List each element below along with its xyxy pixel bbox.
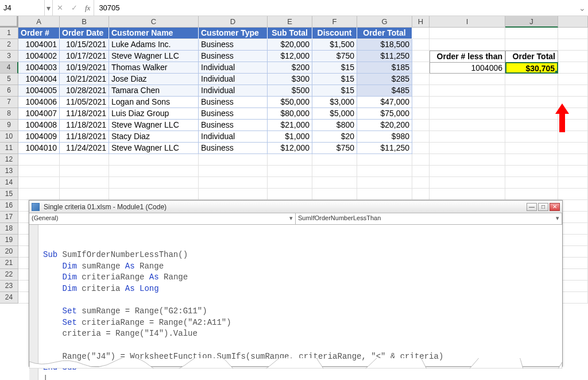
col-header-c[interactable]: C	[109, 16, 199, 28]
cell-total[interactable]: $20,200	[357, 120, 412, 131]
cell[interactable]	[109, 166, 199, 177]
cell-total[interactable]: $980	[357, 131, 412, 143]
cell[interactable]	[558, 108, 588, 120]
cell[interactable]	[268, 189, 312, 200]
row-header[interactable]: 12	[0, 154, 18, 166]
cell-date[interactable]: 10/19/2021	[60, 62, 109, 74]
row-header[interactable]: 5	[0, 74, 18, 85]
cell-date[interactable]: 10/21/2021	[60, 74, 109, 85]
cell[interactable]	[430, 166, 505, 177]
cell[interactable]	[412, 39, 430, 51]
cell-order[interactable]: 1004002	[18, 51, 60, 62]
cell[interactable]	[268, 177, 312, 189]
cell[interactable]	[558, 120, 588, 131]
row-header[interactable]: 19	[0, 235, 18, 246]
cell[interactable]	[109, 154, 199, 166]
cell[interactable]	[199, 189, 268, 200]
row-header[interactable]: 24	[0, 292, 18, 304]
row-header[interactable]: 16	[0, 200, 18, 212]
cell-date[interactable]: 10/15/2021	[60, 39, 109, 51]
cell-date[interactable]: 11/05/2021	[60, 97, 109, 108]
cell-subtotal[interactable]: $200	[268, 62, 312, 74]
row-header[interactable]: 21	[0, 258, 18, 269]
vba-title-bar[interactable]: Single criteria 01.xlsm - Module1 (Code)…	[29, 201, 562, 213]
cell-order[interactable]: 1004005	[18, 85, 60, 97]
expand-formula-bar-icon[interactable]: ⌄	[577, 3, 588, 13]
cell[interactable]	[18, 189, 60, 200]
cell[interactable]	[412, 154, 430, 166]
cell-date[interactable]: 10/17/2021	[60, 51, 109, 62]
cell-order[interactable]: 1004001	[18, 39, 60, 51]
row-header[interactable]: 3	[0, 51, 18, 62]
cell[interactable]	[312, 177, 357, 189]
cell[interactable]	[18, 177, 60, 189]
cell-subtotal[interactable]: $12,000	[268, 51, 312, 62]
cell-discount[interactable]: $5,000	[312, 108, 357, 120]
cell-discount[interactable]: $800	[312, 120, 357, 131]
cell[interactable]	[505, 28, 558, 39]
cell[interactable]	[558, 97, 588, 108]
table-header[interactable]: Sub Total	[268, 28, 312, 39]
cell-side-result[interactable]	[505, 39, 558, 51]
cell-type[interactable]: Business	[199, 51, 268, 62]
col-header-g[interactable]: G	[357, 16, 412, 28]
cell-type[interactable]: Individual	[199, 74, 268, 85]
row-header[interactable]: 9	[0, 120, 18, 131]
cell-discount[interactable]: $1,500	[312, 39, 357, 51]
row-header[interactable]: 8	[0, 108, 18, 120]
cell-type[interactable]: Individual	[199, 85, 268, 97]
cell[interactable]	[268, 166, 312, 177]
cell[interactable]	[430, 28, 505, 39]
cell-side-result[interactable]	[505, 97, 558, 108]
col-header-extra[interactable]	[558, 16, 588, 28]
cell[interactable]	[558, 131, 588, 143]
cell[interactable]	[412, 177, 430, 189]
cell-side-result[interactable]	[505, 85, 558, 97]
cell-subtotal[interactable]: $21,000	[268, 120, 312, 131]
cell-total[interactable]: $11,250	[357, 51, 412, 62]
cell-order[interactable]: 1004004	[18, 74, 60, 85]
cell-date[interactable]: 11/18/2021	[60, 120, 109, 131]
cell-total[interactable]: $285	[357, 74, 412, 85]
cell-discount[interactable]: $750	[312, 51, 357, 62]
vba-procedure-dropdown[interactable]: SumIfOrderNumberLessThan	[296, 213, 562, 224]
cell[interactable]	[60, 189, 109, 200]
cell-discount[interactable]: $750	[312, 143, 357, 154]
cell[interactable]	[412, 143, 430, 154]
col-header-h[interactable]: H	[412, 16, 430, 28]
cell-side-result[interactable]	[505, 108, 558, 120]
cell-order[interactable]: 1004006	[18, 97, 60, 108]
cell-date[interactable]: 11/18/2021	[60, 131, 109, 143]
cell[interactable]	[268, 154, 312, 166]
cell-subtotal[interactable]: $20,000	[268, 39, 312, 51]
cell[interactable]	[412, 166, 430, 177]
cell[interactable]	[558, 62, 588, 74]
cell[interactable]	[430, 177, 505, 189]
cancel-icon[interactable]: ✕	[57, 3, 63, 12]
col-header-b[interactable]: B	[60, 16, 109, 28]
cell-order[interactable]: 1004003	[18, 62, 60, 74]
cell-customer[interactable]: Steve Wagner LLC	[109, 143, 199, 154]
cell[interactable]	[357, 154, 412, 166]
table-header[interactable]: Customer Type	[199, 28, 268, 39]
cell-customer[interactable]: Thomas Walker	[109, 62, 199, 74]
cell[interactable]	[18, 166, 60, 177]
cell[interactable]	[430, 189, 505, 200]
cell-side[interactable]	[430, 85, 505, 97]
cell[interactable]	[199, 166, 268, 177]
cell[interactable]	[312, 166, 357, 177]
cell-side[interactable]	[430, 143, 505, 154]
cell[interactable]	[505, 189, 558, 200]
cell-discount[interactable]: $15	[312, 74, 357, 85]
row-header[interactable]: 23	[0, 281, 18, 292]
cell[interactable]	[199, 177, 268, 189]
cell-order[interactable]: 1004010	[18, 143, 60, 154]
cell[interactable]	[558, 28, 588, 39]
cell-subtotal[interactable]: $1,000	[268, 131, 312, 143]
cell[interactable]	[312, 189, 357, 200]
cell-total[interactable]: $185	[357, 62, 412, 74]
col-header-j[interactable]: J	[505, 16, 558, 28]
cell-order[interactable]: 1004009	[18, 131, 60, 143]
cell-side[interactable]	[430, 108, 505, 120]
cell[interactable]	[505, 177, 558, 189]
